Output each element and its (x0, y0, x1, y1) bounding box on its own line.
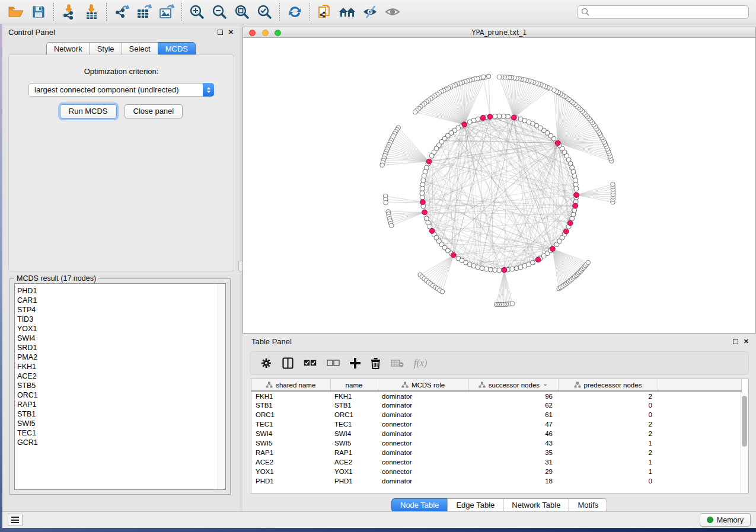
criterion-dropdown[interactable]: largest connected component (undirected) (28, 83, 214, 97)
column-header-shared-name[interactable]: shared name (251, 379, 330, 391)
table-row[interactable]: STB1STB1dominator620 (251, 400, 741, 410)
mcds-node-item[interactable]: ORC1 (17, 390, 225, 400)
mcds-node-item[interactable]: GCR1 (17, 438, 225, 447)
app-main: Control Panel ✕ NetworkStyleSelectMCDS O… (2, 24, 756, 511)
zoom-fit-icon[interactable] (231, 2, 253, 22)
export-image-icon[interactable] (155, 2, 178, 22)
control-panel-title: Control Panel (8, 28, 212, 37)
table-tabs: Node TableEdge TableNetwork TableMotifs (243, 498, 756, 512)
mcds-node-item[interactable]: TEC1 (17, 428, 225, 438)
run-mcds-button[interactable]: Run MCDS (60, 104, 117, 118)
first-neighbors-icon[interactable] (336, 2, 359, 22)
show-column-icon[interactable] (282, 357, 294, 369)
open-file-icon[interactable] (5, 2, 27, 22)
select-all-icon[interactable] (304, 360, 317, 367)
mcds-node-item[interactable]: SRD1 (17, 343, 225, 352)
toolbar-separator (53, 3, 54, 21)
hide-selected-icon[interactable] (359, 2, 381, 22)
close-panel-button[interactable]: Close panel (125, 104, 183, 118)
column-header-MCDS-role[interactable]: MCDS role (378, 379, 468, 391)
column-header-filler (658, 379, 741, 391)
column-header-predecessor-nodes[interactable]: predecessor nodes (558, 379, 658, 391)
tab-motifs[interactable]: Motifs (569, 498, 607, 512)
close-panel-icon[interactable]: ✕ (228, 29, 234, 36)
mcds-node-item[interactable]: STB5 (17, 381, 225, 390)
tab-node-table[interactable]: Node Table (391, 498, 448, 512)
network-view[interactable] (243, 38, 755, 333)
table-row[interactable]: ORC1ORC1dominator610 (251, 410, 741, 419)
column-header-name[interactable]: name (330, 379, 378, 391)
mcds-panel: Optimization criterion: largest connecte… (8, 55, 234, 271)
mcds-list-scrollbar[interactable] (218, 284, 225, 489)
float-table-panel-icon[interactable] (733, 339, 738, 344)
deselect-all-icon[interactable] (327, 360, 340, 367)
mcds-result-list[interactable]: PHD1CAR1STP4TID3YOX1SWI4SRD1PMA2FKH1ACE2… (14, 283, 226, 490)
tab-network-table[interactable]: Network Table (503, 498, 569, 512)
close-table-panel-icon[interactable]: ✕ (744, 338, 749, 345)
column-header-successor-nodes[interactable]: successor nodes⌄ (468, 379, 558, 391)
import-table-icon[interactable] (80, 2, 103, 22)
mcds-node-item[interactable]: STB1 (17, 409, 225, 419)
minimize-window-icon[interactable] (262, 30, 269, 36)
table-options-icon[interactable] (260, 357, 272, 369)
mcds-node-item[interactable]: CAR1 (17, 296, 225, 305)
table-row[interactable]: ACE2ACE2connector311 (251, 457, 741, 467)
table-row[interactable]: PHD1PHD1dominator180 (251, 476, 741, 486)
float-panel-icon[interactable] (218, 30, 223, 35)
criterion-value: largest connected component (undirected) (29, 85, 203, 94)
tab-edge-table[interactable]: Edge Table (447, 498, 503, 512)
save-session-icon[interactable] (27, 2, 50, 22)
table-row[interactable]: TEC1TEC1connector472 (251, 419, 741, 429)
attribute-icon (574, 382, 581, 388)
search-input[interactable] (590, 8, 745, 17)
network-window: YPA_prune.txt_1 (243, 27, 756, 334)
maximize-window-icon[interactable] (275, 30, 281, 36)
attribute-icon (479, 382, 486, 388)
memory-button[interactable]: Memory (700, 513, 751, 527)
export-network-icon[interactable] (110, 2, 133, 22)
table-row[interactable]: SWI5SWI5connector431 (251, 438, 741, 448)
table-row[interactable]: RAP1RAP1dominator352 (251, 448, 741, 457)
status-menu-button[interactable] (8, 514, 23, 526)
node-table[interactable]: shared namenameMCDS rolesuccessor nodes⌄… (251, 379, 749, 493)
function-builder-icon[interactable]: f(x) (414, 358, 427, 368)
dropdown-stepper-icon (203, 83, 214, 97)
search-box[interactable] (577, 5, 749, 19)
network-title: YPA_prune.txt_1 (471, 28, 527, 37)
mcds-node-item[interactable]: FKH1 (17, 362, 225, 371)
toolbar-separator (181, 3, 182, 21)
export-table-icon[interactable] (133, 2, 155, 22)
delete-row-icon[interactable] (371, 357, 381, 369)
mcds-node-item[interactable]: STP4 (17, 305, 225, 315)
mcds-node-item[interactable]: RAP1 (17, 400, 225, 409)
zoom-selected-icon[interactable] (253, 2, 276, 22)
import-network-icon[interactable] (58, 2, 80, 22)
mcds-node-item[interactable]: TID3 (17, 315, 225, 324)
clone-network-icon[interactable] (314, 2, 336, 22)
close-window-icon[interactable] (249, 30, 256, 36)
show-all-icon[interactable] (381, 2, 404, 22)
table-row[interactable]: YOX1YOX1connector291 (251, 467, 741, 476)
table-scrollbar[interactable] (740, 392, 748, 493)
add-row-icon[interactable] (350, 358, 361, 368)
refresh-layout-icon[interactable] (283, 2, 306, 22)
mcds-node-item[interactable]: SWI4 (17, 334, 225, 343)
table-row[interactable]: SWI4SWI4dominator462 (251, 429, 741, 438)
desktop: Control Panel ✕ NetworkStyleSelectMCDS O… (0, 0, 756, 532)
mcds-node-item[interactable]: ACE2 (17, 371, 225, 381)
table-scrollbar-thumb[interactable] (742, 396, 747, 447)
mcds-node-item[interactable]: PMA2 (17, 352, 225, 362)
status-bar: Memory (2, 511, 756, 528)
table-toolbar: f(x) (250, 351, 749, 375)
memory-status-icon (707, 517, 713, 523)
mcds-node-item[interactable]: PHD1 (17, 286, 225, 296)
mcds-node-item[interactable]: YOX1 (17, 324, 225, 334)
zoom-out-icon[interactable] (208, 2, 231, 22)
table-row[interactable]: FKH1FKH1dominator962 (251, 391, 741, 400)
toolbar-separator (106, 3, 107, 21)
mcds-result-title: MCDS result (17 nodes) (14, 274, 98, 283)
delete-column-icon[interactable] (391, 359, 404, 367)
network-window-titlebar[interactable]: YPA_prune.txt_1 (243, 27, 755, 38)
mcds-node-item[interactable]: SWI5 (17, 419, 225, 428)
zoom-in-icon[interactable] (186, 2, 208, 22)
